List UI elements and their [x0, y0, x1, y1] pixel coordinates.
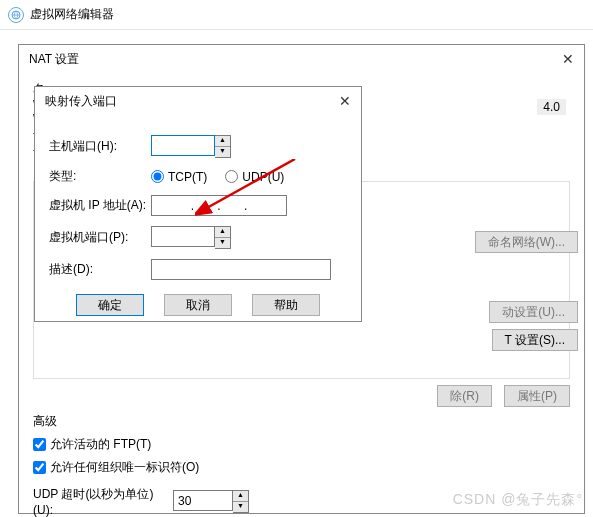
host-port-input[interactable] — [151, 135, 215, 156]
udp-radio[interactable] — [225, 170, 238, 183]
ok-button[interactable]: 确定 — [76, 294, 144, 316]
udp-timeout-spinner[interactable]: ▲▼ — [233, 490, 249, 513]
advanced-label: 高级 — [33, 413, 570, 430]
nat-window-title: NAT 设置 — [29, 51, 79, 68]
host-port-label: 主机端口(H): — [49, 138, 151, 155]
subnet-ip-fragment: 4.0 — [537, 99, 566, 115]
app-titlebar: 虚拟网络编辑器 — [0, 0, 593, 30]
nat-settings-button[interactable]: T 设置(S)... — [492, 329, 578, 351]
close-icon[interactable]: ✕ — [562, 51, 574, 67]
map-dialog-title: 映射传入端口 — [45, 93, 117, 110]
vm-port-input[interactable] — [151, 226, 215, 247]
udp-timeout-input[interactable] — [173, 490, 233, 511]
host-port-spinner[interactable]: ▲▼ — [215, 135, 231, 158]
vm-ip-input[interactable] — [151, 195, 287, 216]
help-button[interactable]: 帮助 — [252, 294, 320, 316]
remove-button: 除(R) — [437, 385, 492, 407]
allow-org-label: 允许任何组织唯一标识符(O) — [50, 459, 199, 476]
udp-timeout-label: UDP 超时(以秒为单位)(U): — [33, 486, 173, 517]
rename-network-button[interactable]: 命名网络(W)... — [475, 231, 578, 253]
allow-ftp-label: 允许活动的 FTP(T) — [50, 436, 151, 453]
vm-port-label: 虚拟机端口(P): — [49, 229, 151, 246]
desc-input[interactable] — [151, 259, 331, 280]
close-icon[interactable]: ✕ — [339, 93, 351, 109]
type-label: 类型: — [49, 168, 151, 185]
app-title: 虚拟网络编辑器 — [30, 6, 114, 23]
watermark: CSDN @兔子先森° — [453, 491, 583, 509]
desc-label: 描述(D): — [49, 261, 151, 278]
tcp-label: TCP(T) — [168, 170, 207, 184]
map-port-dialog: 映射传入端口 ✕ 主机端口(H): ▲▼ 类型: TCP(T) UDP(U) 虚… — [34, 86, 362, 322]
properties-button: 属性(P) — [504, 385, 570, 407]
auto-settings-button[interactable]: 动设置(U)... — [489, 301, 578, 323]
tcp-radio[interactable] — [151, 170, 164, 183]
vm-ip-label: 虚拟机 IP 地址(A): — [49, 197, 151, 214]
allow-org-checkbox[interactable] — [33, 461, 46, 474]
vm-port-spinner[interactable]: ▲▼ — [215, 226, 231, 249]
globe-icon — [8, 7, 24, 23]
map-dialog-titlebar: 映射传入端口 ✕ — [35, 87, 361, 115]
nat-window-titlebar: NAT 设置 ✕ — [19, 45, 584, 73]
udp-label: UDP(U) — [242, 170, 284, 184]
cancel-button[interactable]: 取消 — [164, 294, 232, 316]
allow-ftp-checkbox[interactable] — [33, 438, 46, 451]
